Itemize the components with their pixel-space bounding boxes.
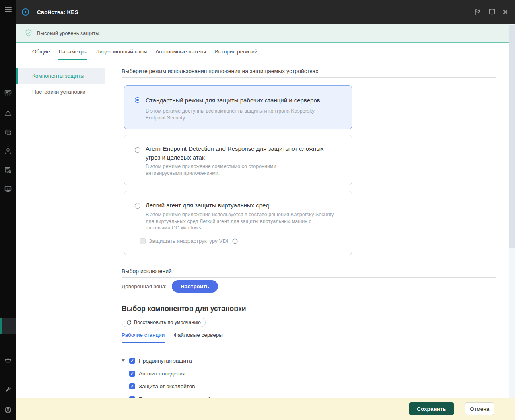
protection-status-banner: Высокий уровень защиты. [16, 24, 509, 43]
tab-parameters[interactable]: Параметры [58, 43, 87, 60]
vdi-checkbox-label: Защищать инфраструктуру VDI [149, 238, 228, 244]
info-icon[interactable] [232, 238, 238, 244]
device-discovery-icon[interactable] [4, 185, 12, 193]
mode-option-description: В этом режиме доступны все компоненты за… [146, 108, 329, 121]
scrollbar-thumb[interactable] [509, 25, 515, 248]
action-footer: Сохранить Отмена [16, 398, 515, 420]
console-icon[interactable] [4, 89, 12, 96]
window-header: Свойства: KES [16, 0, 515, 24]
rail-divider [4, 102, 12, 102]
restore-icon [126, 320, 132, 325]
collapse-triangle-icon[interactable] [122, 359, 129, 362]
vertical-scrollbar[interactable] [509, 24, 515, 398]
tab-general[interactable]: Общие [32, 43, 50, 60]
sidebar-item-protection-components[interactable]: Компоненты защиты [16, 68, 105, 84]
section-divider [122, 277, 496, 278]
vdi-checkbox [140, 238, 146, 244]
tab-standalone-packages[interactable]: Автономные пакеты [155, 43, 206, 60]
mode-option-description: В этом режиме приложение используется в … [146, 211, 336, 232]
vdi-checkbox-row: Защищать инфраструктуру VDI [140, 238, 238, 244]
users-icon[interactable] [4, 148, 12, 155]
restore-defaults-label: Восстановить по умолчанию [134, 320, 201, 325]
mode-option-standard[interactable]: Стандартный режим для защиты рабочих ста… [124, 85, 352, 129]
account-icon[interactable] [4, 406, 12, 414]
trusted-zone-label: Доверенная зона: [122, 283, 167, 289]
radio-standard-mode[interactable] [135, 97, 140, 103]
mode-option-title: Агент Endpoint Detection and Response дл… [146, 144, 337, 162]
tab-file-servers[interactable]: Файловые серверы [173, 332, 223, 343]
radio-edr-agent-mode[interactable] [135, 147, 140, 153]
tree-row-advanced-protection: Продвинутая защита [122, 354, 363, 367]
hierarchy-icon[interactable] [4, 129, 12, 136]
marketplace-basket-icon[interactable] [4, 357, 12, 364]
restore-defaults-button[interactable]: Восстановить по умолчанию [122, 318, 206, 327]
section-divider [122, 77, 496, 78]
checkbox-behavior-analysis[interactable] [129, 371, 135, 377]
components-tree: Продвинутая защита Анализ поведения Защи… [122, 354, 363, 398]
flag-icon[interactable] [473, 8, 481, 16]
tab-revision-history[interactable]: История ревизий [214, 43, 258, 60]
settings-wrench-icon[interactable] [4, 386, 12, 393]
tree-label: Защита от эксплойтов [139, 383, 195, 389]
tab-license-key[interactable]: Лицензионный ключ [96, 43, 147, 60]
shield-check-icon [25, 29, 33, 37]
exclusions-section-heading: Выбор исключений [122, 268, 172, 275]
mode-option-title: Стандартный режим для защиты рабочих ста… [146, 96, 343, 105]
tree-label: Продвинутая защита [139, 358, 192, 364]
cancel-button[interactable]: Отмена [465, 402, 494, 415]
checkbox-exploit-prevention[interactable] [129, 383, 135, 389]
sidebar-item-installation-settings[interactable]: Настройки установки [16, 84, 105, 100]
close-icon[interactable] [501, 8, 509, 16]
radio-light-agent-mode[interactable] [135, 203, 140, 209]
protection-status-text: Высокий уровень защиты. [37, 30, 101, 36]
tabs-divider [122, 343, 496, 343]
checkbox-advanced-protection[interactable] [129, 358, 135, 364]
app-navigation-rail [0, 0, 16, 420]
window-title: Свойства: KES [37, 9, 78, 15]
component-target-tabs: Рабочие станции Файловые серверы [122, 332, 223, 343]
mode-option-title: Легкий агент для защиты виртуальных сред [146, 201, 343, 210]
save-button[interactable]: Сохранить [409, 402, 454, 415]
settings-sidebar: Компоненты защиты Настройки установки [16, 60, 105, 398]
mode-option-edr-agent[interactable]: Агент Endpoint Detection and Response дл… [124, 135, 352, 185]
policies-document-icon[interactable] [4, 166, 12, 174]
mode-option-description: В этом режиме приложение совместимо со с… [146, 163, 311, 176]
properties-chevron-icon [21, 8, 29, 16]
menu-icon[interactable] [5, 7, 12, 12]
alerts-warning-icon[interactable] [4, 109, 12, 117]
tree-row-behavior-analysis: Анализ поведения [122, 367, 363, 380]
mode-section-heading: Выберите режим использования приложения … [122, 68, 318, 74]
rail-active-item[interactable] [0, 318, 16, 334]
components-section-heading: Выбор компонентов для установки [122, 305, 246, 313]
properties-tab-bar: Общие Параметры Лицензионный ключ Автоно… [16, 43, 515, 60]
tree-row-clipped: Предотвращение вторжений [122, 393, 363, 398]
configure-trusted-zone-button[interactable]: Настроить [172, 280, 218, 293]
help-book-icon[interactable] [488, 8, 496, 16]
settings-content: Выберите режим использования приложения … [105, 60, 509, 398]
tree-label: Анализ поведения [139, 371, 185, 377]
tree-row-exploit-prevention: Защита от эксплойтов [122, 380, 363, 393]
tab-workstations[interactable]: Рабочие станции [122, 332, 165, 343]
mode-option-light-agent[interactable]: Легкий агент для защиты виртуальных сред… [124, 191, 352, 255]
